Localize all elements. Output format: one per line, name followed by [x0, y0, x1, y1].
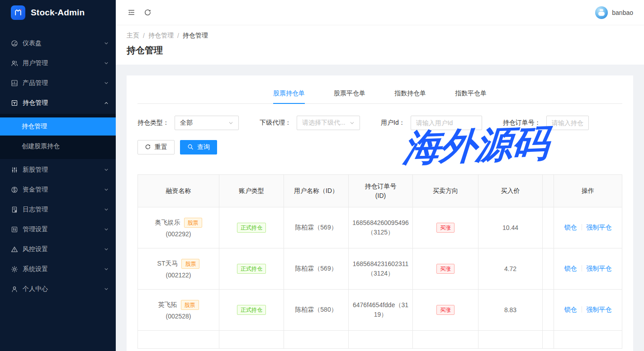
profile-icon [11, 285, 18, 293]
sidebar-item-0[interactable]: 仪表盘 [0, 34, 116, 52]
logs-icon [11, 206, 18, 213]
content: 股票持仓单 股票平仓单 指数持仓单 指数平仓单 持仓类型： 全部 下级代理： 请… [116, 65, 644, 351]
chevron-down-icon [104, 227, 109, 232]
sidebar: Stock-Admin 仪表盘 用户管理 产品管理 持仓管理 持仓管理 创建股票… [0, 0, 116, 351]
chevron-down-icon [104, 207, 109, 212]
position-type-label: 持仓类型： [137, 119, 169, 127]
actions-cell: 锁仓强制平仓 [554, 248, 622, 290]
stock-type-tag: 股票 [181, 259, 199, 269]
table-row: ST天马 股票 (002122) 正式持仓 陈柏霖（569） 168568423… [138, 248, 622, 290]
sidebar-item-9[interactable]: 系统设置 [0, 260, 116, 278]
user-cell: 陈柏霖（580） [284, 290, 349, 331]
sidebar-subitem[interactable]: 创建股票持仓 [0, 137, 116, 155]
lock-position-button[interactable]: 锁仓 [564, 224, 577, 231]
app-title: Stock-Admin [31, 8, 85, 18]
tab-bar: 股票持仓单 股票平仓单 指数持仓单 指数平仓单 [137, 75, 622, 104]
column-header-3: 持仓订单号(ID) [349, 175, 413, 207]
account-type-cell: 正式持仓 [219, 290, 284, 331]
chevron-down-icon [104, 41, 109, 46]
sidebar-item-8[interactable]: 风控设置 [0, 240, 116, 258]
force-close-button[interactable]: 强制平仓 [587, 306, 612, 313]
user-id-input[interactable] [411, 116, 482, 130]
user-menu[interactable]: banbao [595, 6, 633, 19]
order-no-input[interactable] [546, 116, 589, 130]
sidebar-item-7[interactable]: 管理设置 [0, 220, 116, 239]
breadcrumb-current: 持仓管理 [183, 32, 208, 40]
chevron-down-icon [350, 121, 355, 126]
sidebar-item-5[interactable]: 资金管理 [0, 181, 116, 199]
app-logo[interactable]: Stock-Admin [0, 0, 116, 25]
force-close-button[interactable]: 强制平仓 [587, 265, 612, 272]
sidebar-item-2[interactable]: 产品管理 [0, 74, 116, 92]
stock-cell: ST天马 股票 (002122) [138, 248, 219, 290]
breadcrumb-section[interactable]: 持仓管理 [148, 32, 174, 40]
chevron-down-icon [228, 121, 233, 126]
menu-fold-icon[interactable] [123, 5, 139, 21]
reload-icon[interactable] [139, 5, 156, 21]
direction-cell: 买涨 [413, 207, 478, 248]
sub-agent-select[interactable]: 请选择下级代... [297, 116, 360, 130]
force-close-button[interactable]: 强制平仓 [587, 224, 612, 231]
ipo-icon [11, 166, 18, 173]
column-header-0: 融资名称 [138, 175, 219, 207]
sidebar-item-4[interactable]: 新股管理 [0, 161, 116, 179]
sidebar-item-3[interactable]: 持仓管理 [0, 94, 116, 112]
search-icon [187, 144, 194, 151]
breadcrumb-home[interactable]: 主页 [127, 32, 139, 40]
column-header-4: 买卖方向 [413, 175, 478, 207]
table-row [138, 331, 622, 349]
chevron-down-icon [104, 61, 109, 66]
tab-2[interactable]: 指数持仓单 [394, 83, 426, 103]
sidebar-menu: 仪表盘 用户管理 产品管理 持仓管理 持仓管理 创建股票持仓 新股管理 资金管理… [0, 25, 116, 351]
reset-icon [145, 144, 151, 151]
direction-cell: 买涨 [413, 290, 478, 331]
order-cell: 1685684260095496（3125） [349, 207, 413, 248]
direction-cell: 买涨 [413, 248, 478, 290]
lock-position-button[interactable]: 锁仓 [564, 265, 577, 272]
filter-actions: 重置 查询 [127, 130, 633, 154]
breadcrumb: 主页 / 持仓管理 / 持仓管理 [127, 32, 633, 40]
table-row: 奥飞娱乐 股票 (002292) 正式持仓 陈柏霖（569） 168568426… [138, 207, 622, 248]
spacer-cell [543, 290, 554, 331]
account-type-cell: 正式持仓 [219, 207, 284, 248]
users-icon [11, 60, 18, 67]
stock-cell: 英飞拓 股票 (002528) [138, 290, 219, 331]
sidebar-item-1[interactable]: 用户管理 [0, 54, 116, 72]
filter-form: 持仓类型： 全部 下级代理： 请选择下级代... 用户Id： [127, 104, 633, 130]
spacer-cell [543, 248, 554, 290]
system-icon [11, 266, 18, 273]
main-area: banbao 主页 / 持仓管理 / 持仓管理 持仓管理 股票持仓单 股票平仓单… [116, 0, 644, 351]
user-cell: 陈柏霖（569） [284, 207, 349, 248]
positions-icon [11, 99, 18, 107]
tab-0[interactable]: 股票持仓单 [273, 83, 305, 103]
chevron-down-icon [104, 187, 109, 192]
direction-tag: 买涨 [436, 264, 455, 274]
chevron-down-icon [104, 247, 109, 252]
column-header-2: 用户名称（ID） [284, 175, 349, 207]
sidebar-item-10[interactable]: 个人中心 [0, 280, 116, 298]
column-header-1: 账户类型 [219, 175, 284, 207]
position-type-select[interactable]: 全部 [175, 116, 239, 130]
chevron-down-icon [104, 287, 109, 291]
sidebar-submenu: 持仓管理 创建股票持仓 [0, 114, 116, 159]
actions-cell: 锁仓强制平仓 [554, 207, 622, 248]
sidebar-item-6[interactable]: 日志管理 [0, 201, 116, 219]
column-header-5: 买入价 [478, 175, 543, 207]
chevron-down-icon [104, 81, 109, 85]
admin-settings-icon [11, 226, 18, 233]
tab-1[interactable]: 股票平仓单 [334, 83, 365, 103]
app-logo-icon [11, 5, 25, 20]
reset-button[interactable]: 重置 [137, 140, 175, 154]
table-row: 英飞拓 股票 (002528) 正式持仓 陈柏霖（580） 6476f4654f… [138, 290, 622, 331]
price-cell: 4.72 [478, 248, 543, 290]
tab-3[interactable]: 指数平仓单 [455, 83, 487, 103]
funds-icon [11, 186, 18, 193]
avatar [595, 6, 608, 19]
page-header: 主页 / 持仓管理 / 持仓管理 持仓管理 [116, 25, 644, 65]
sidebar-subitem[interactable]: 持仓管理 [0, 117, 116, 136]
user-cell: 陈柏霖（569） [284, 248, 349, 290]
search-button[interactable]: 查询 [180, 140, 217, 154]
lock-position-button[interactable]: 锁仓 [564, 306, 577, 313]
page-title: 持仓管理 [127, 44, 633, 56]
price-cell: 8.83 [478, 290, 543, 331]
